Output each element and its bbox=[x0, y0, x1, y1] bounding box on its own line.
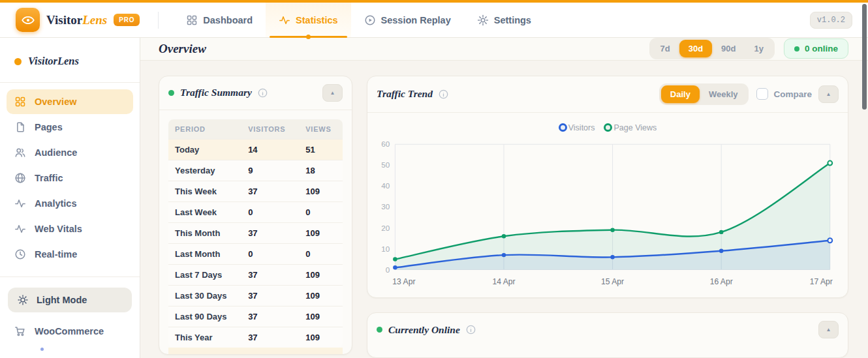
nav-item-statistics[interactable]: Statistics bbox=[266, 3, 350, 37]
period-cell: Yesterday bbox=[168, 160, 241, 181]
range-button-7d[interactable]: 7d bbox=[651, 40, 679, 57]
sidebar-item-web-vitals[interactable]: Web Vitals bbox=[7, 216, 133, 241]
svg-text:60: 60 bbox=[381, 140, 390, 148]
status-dot-icon bbox=[168, 90, 174, 96]
app-logo[interactable]: VisitorLens PRO bbox=[16, 8, 140, 32]
legend-swatch-icon bbox=[604, 123, 612, 132]
views-cell: 109 bbox=[299, 181, 343, 201]
svg-text:40: 40 bbox=[381, 181, 390, 190]
sidebar: VisitorLens OverviewPagesAudienceTraffic… bbox=[0, 38, 140, 358]
brand-dot-icon bbox=[14, 58, 22, 65]
trend-chart: 010203040506013 Apr14 Apr15 Apr16 Apr17 … bbox=[375, 135, 841, 293]
scrollbar-thumb[interactable] bbox=[862, 4, 867, 110]
light-mode-toggle[interactable]: Light Mode bbox=[8, 288, 132, 312]
online-badge: 0 online bbox=[784, 38, 848, 59]
collapse-button[interactable]: ▲ bbox=[322, 84, 343, 102]
svg-text:17 Apr: 17 Apr bbox=[810, 277, 833, 286]
period-cell: Last Month bbox=[168, 243, 241, 264]
svg-text:10: 10 bbox=[381, 244, 390, 252]
toggle-button-daily[interactable]: Daily bbox=[661, 85, 700, 103]
nav-item-settings[interactable]: Settings bbox=[464, 3, 544, 37]
sun-icon bbox=[17, 294, 29, 306]
daily-weekly-toggle: DailyWeekly bbox=[659, 83, 749, 105]
collapse-button[interactable]: ▲ bbox=[818, 321, 839, 338]
main-area: Overview 7d30d90d1y 0 online Traffic Sum… bbox=[140, 38, 868, 358]
svg-text:0: 0 bbox=[386, 265, 390, 274]
svg-text:30: 30 bbox=[381, 202, 390, 211]
compare-checkbox[interactable] bbox=[756, 88, 768, 100]
period-cell: Last Week bbox=[168, 201, 241, 222]
gear-icon bbox=[477, 14, 489, 26]
play-circle-icon bbox=[364, 14, 376, 26]
nav-item-session-replay[interactable]: Session Replay bbox=[351, 3, 464, 37]
visitors-cell: 37 bbox=[241, 306, 299, 327]
grid-icon bbox=[186, 14, 198, 26]
svg-text:20: 20 bbox=[381, 223, 390, 231]
toggle-button-weekly[interactable]: Weekly bbox=[700, 85, 747, 103]
sidebar-item-overview[interactable]: Overview bbox=[7, 89, 133, 114]
range-selector: 7d30d90d1y bbox=[649, 38, 775, 59]
table-row[interactable]: Last 30 Days 37 109 bbox=[168, 285, 343, 306]
sidebar-item-traffic[interactable]: Traffic bbox=[7, 166, 133, 190]
sidebar-item-label: Web Vitals bbox=[35, 224, 82, 234]
sidebar-item-audience[interactable]: Audience bbox=[7, 140, 133, 165]
sidebar-item-label: Traffic bbox=[35, 173, 63, 183]
traffic-summary-card: Traffic Summary ▲ PERIODVISITORSVIEWS To… bbox=[159, 76, 352, 355]
globe-icon bbox=[14, 172, 26, 184]
svg-text:50: 50 bbox=[381, 160, 390, 169]
table-row[interactable]: Last Month 0 0 bbox=[168, 243, 343, 264]
grid-icon bbox=[14, 96, 26, 108]
pro-badge: PRO bbox=[114, 14, 140, 26]
sidebar-item-analytics[interactable]: Analytics bbox=[7, 191, 133, 216]
range-button-30d[interactable]: 30d bbox=[679, 40, 712, 57]
woocommerce-label: WooCommerce bbox=[35, 326, 104, 336]
sidebar-item-pages[interactable]: Pages bbox=[7, 115, 133, 140]
status-dot-icon bbox=[377, 327, 382, 333]
collapse-button[interactable]: ▲ bbox=[818, 85, 839, 103]
period-cell: This Week bbox=[168, 181, 241, 201]
visitors-cell: 37 bbox=[241, 264, 299, 285]
currently-online-card: Currently Online ▲ bbox=[367, 312, 848, 358]
version-badge: v1.0.2 bbox=[810, 12, 852, 29]
legend-label: Visitors bbox=[568, 123, 595, 132]
period-cell: Last 30 Days bbox=[168, 285, 241, 306]
period-cell: Last 7 Days bbox=[168, 264, 241, 285]
range-button-90d[interactable]: 90d bbox=[712, 40, 745, 57]
table-row[interactable]: Last 7 Days 37 109 bbox=[168, 264, 343, 285]
trend-chart-area: 010203040506013 Apr14 Apr15 Apr16 Apr17 … bbox=[367, 132, 848, 297]
sidebar-item-real-time[interactable]: Real-time bbox=[7, 242, 133, 267]
svg-text:14 Apr: 14 Apr bbox=[492, 277, 515, 286]
table-row[interactable]: This Year 37 109 bbox=[168, 327, 343, 348]
info-icon[interactable] bbox=[439, 89, 448, 99]
users-icon bbox=[14, 147, 26, 158]
sidebar-item-woocommerce[interactable]: WooCommerce bbox=[0, 312, 140, 341]
legend-item-visitors[interactable]: Visitors bbox=[559, 123, 595, 132]
table-row[interactable]: This Month 37 109 bbox=[168, 222, 343, 243]
visitors-cell: 0 bbox=[241, 243, 299, 264]
topbar-divider bbox=[158, 12, 159, 29]
table-row[interactable]: This Week 37 109 bbox=[168, 181, 343, 201]
table-row[interactable]: Yesterday 9 18 bbox=[168, 160, 343, 181]
partial-item-dot bbox=[40, 348, 44, 351]
table-row[interactable]: Last Week 0 0 bbox=[168, 201, 343, 222]
table-row[interactable]: Last 90 Days 37 109 bbox=[168, 306, 343, 327]
clock-icon bbox=[14, 248, 26, 260]
chart-legend: VisitorsPage Views bbox=[367, 123, 848, 132]
legend-item-page-views[interactable]: Page Views bbox=[604, 123, 657, 132]
activity-icon bbox=[279, 14, 290, 26]
nav-item-label: Settings bbox=[494, 15, 531, 25]
range-button-1y[interactable]: 1y bbox=[745, 40, 773, 57]
period-cell: This Month bbox=[168, 222, 241, 243]
info-icon[interactable] bbox=[466, 325, 476, 335]
column-header-views: VIEWS bbox=[299, 119, 343, 140]
sidebar-item-label: Analytics bbox=[35, 198, 76, 209]
sidebar-item-label: Pages bbox=[35, 122, 63, 132]
light-mode-label: Light Mode bbox=[37, 295, 87, 305]
activity-icon bbox=[14, 198, 26, 209]
traffic-trend-card: Traffic Trend DailyWeekly Compare ▲ Visi… bbox=[367, 76, 848, 298]
sidebar-divider bbox=[0, 276, 140, 277]
info-icon[interactable] bbox=[258, 88, 268, 98]
nav-item-dashboard[interactable]: Dashboard bbox=[173, 3, 266, 37]
column-header-period: PERIOD bbox=[168, 119, 241, 140]
table-row[interactable]: Today 14 51 bbox=[168, 139, 343, 160]
